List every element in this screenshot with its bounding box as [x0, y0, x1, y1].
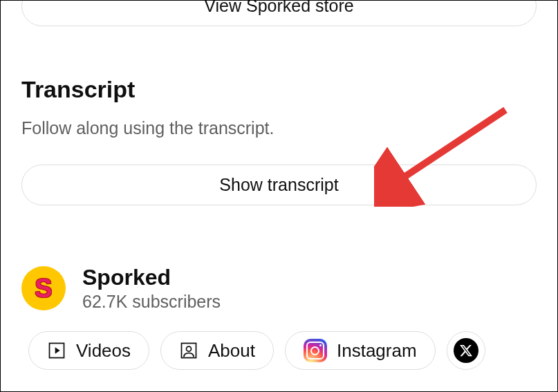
videos-label: Videos [76, 340, 131, 362]
svg-point-2 [187, 346, 192, 351]
transcript-section: Transcript Follow along using the transc… [21, 76, 537, 205]
channel-links-row: Videos About Instagram [21, 331, 537, 370]
x-icon [454, 338, 478, 363]
channel-info: Sporked 62.7K subscribers [82, 265, 221, 312]
show-transcript-label: Show transcript [219, 175, 338, 194]
about-chip[interactable]: About [160, 331, 274, 370]
person-icon [179, 341, 198, 360]
instagram-chip[interactable]: Instagram [285, 331, 436, 370]
show-transcript-button[interactable]: Show transcript [21, 165, 537, 205]
channel-section: S Sporked 62.7K subscribers [21, 265, 537, 312]
channel-avatar[interactable]: S [21, 266, 66, 310]
channel-subscribers: 62.7K subscribers [82, 292, 221, 312]
channel-name[interactable]: Sporked [82, 265, 221, 290]
transcript-heading: Transcript [21, 76, 537, 103]
transcript-description: Follow along using the transcript. [21, 118, 537, 138]
videos-chip[interactable]: Videos [28, 331, 149, 370]
x-twitter-chip[interactable] [447, 331, 485, 370]
instagram-icon [304, 339, 327, 362]
channel-avatar-letter: S [35, 274, 52, 304]
play-box-icon [47, 341, 66, 360]
view-store-label: View Sporked store [204, 0, 353, 15]
about-label: About [208, 340, 255, 362]
instagram-label: Instagram [337, 340, 417, 362]
view-store-button[interactable]: View Sporked store [21, 0, 537, 26]
